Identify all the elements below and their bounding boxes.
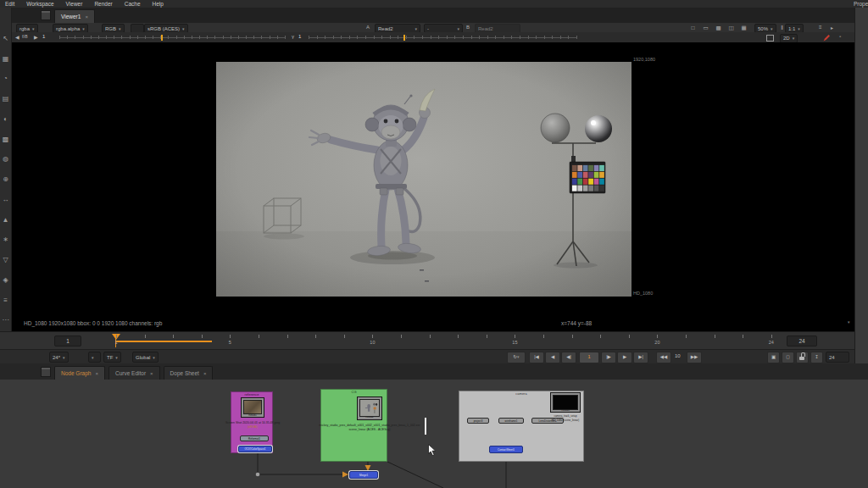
transform-icon[interactable]: ↔ — [1, 191, 11, 211]
frame-viewer-icon[interactable] — [766, 35, 774, 42]
frame-format-value: TF — [107, 355, 113, 360]
gain-slider[interactable] — [59, 37, 285, 38]
tab-close-icon[interactable]: × — [85, 14, 88, 19]
pane-menu-icon[interactable] — [41, 10, 51, 20]
lock-range-icon[interactable] — [796, 352, 809, 363]
3d-icon[interactable]: ▲ — [1, 211, 11, 231]
node-contactsheet1[interactable]: ContactSheet1 — [489, 446, 523, 453]
node-graph[interactable]: reference Read1 Screen Shot 2020-04-01 a… — [0, 380, 868, 488]
node-read2[interactable]: Read2 — [357, 396, 382, 420]
timeline-ruler[interactable]: 1 24 1510152024 — [0, 331, 854, 350]
viewer-more-icon[interactable]: ▸ — [831, 25, 833, 30]
current-frame-field[interactable]: 1 — [579, 352, 599, 363]
jump-forward-increment-button[interactable]: ▶▶ — [687, 352, 702, 363]
other-icon[interactable]: ⋯ — [1, 311, 11, 331]
input-a-value: Read2 — [378, 26, 393, 31]
mask-icon[interactable]: ▩ — [714, 24, 723, 31]
dot-node[interactable] — [255, 472, 260, 477]
annotation-pencil-icon[interactable] — [822, 34, 831, 42]
menu-workspace[interactable]: Workspace — [26, 1, 53, 7]
frame-format-select[interactable]: TF▾ — [103, 352, 121, 363]
nuke-window: Edit Workspace Viewer Render Cache Help … — [0, 0, 868, 488]
tab-close-icon[interactable]: × — [203, 371, 207, 376]
deep-icon[interactable]: ▽ — [1, 251, 11, 271]
pane-menu-icon[interactable] — [41, 367, 51, 377]
frame-range-mode-select[interactable]: Global▾ — [132, 352, 159, 363]
loop-mode-button[interactable]: ↻▾ — [507, 352, 526, 363]
node-wireframe1[interactable]: wireframe1 — [498, 418, 524, 424]
channel-icon[interactable]: ▤ — [1, 90, 11, 110]
gamma-value[interactable]: 1 — [298, 34, 301, 39]
node-project3[interactable]: project3 — [467, 418, 489, 424]
menu-cache[interactable]: Cache — [125, 1, 141, 7]
checkerboard-icon[interactable]: ▭ — [701, 24, 710, 31]
range-start-field[interactable]: 1 — [54, 336, 81, 347]
fullscreen-icon[interactable]: ▣ — [767, 352, 780, 363]
viewer-menu-icon[interactable]: ≡ — [819, 25, 822, 30]
chevron-down-icon: ▾ — [119, 26, 121, 31]
menu-edit[interactable]: Edit — [5, 1, 14, 7]
keyer-icon[interactable]: ◍ — [1, 150, 11, 170]
node-read3[interactable]: Read3 — [550, 392, 581, 413]
frame-increment-field[interactable]: 10 — [675, 353, 681, 358]
viewer-canvas[interactable]: 1920,1080 HD_1080 — [12, 42, 854, 314]
merge-icon[interactable]: ⊕ — [1, 170, 11, 191]
timeline-tick — [686, 335, 687, 338]
node-reformat1[interactable]: Reformat1 — [240, 435, 269, 441]
overlay-toggle-icon[interactable]: ◻ — [782, 352, 794, 363]
tab-node-graph[interactable]: Node Graph × — [54, 366, 105, 380]
subbar-more-icon[interactable]: ▪ — [839, 34, 841, 39]
gamma-slider-handle[interactable] — [403, 35, 405, 41]
gamma-label: γ — [292, 34, 294, 39]
step-back-button[interactable]: ◀| — [561, 352, 576, 363]
fstop-label[interactable]: f/8 — [22, 34, 28, 39]
input-process-icon[interactable]: ◫ — [726, 24, 736, 31]
node-read1[interactable]: Read1 — [241, 397, 264, 418]
play-backward-button[interactable]: ◀ — [545, 352, 560, 363]
tab-close-icon[interactable]: × — [95, 371, 98, 376]
gain-next-icon[interactable]: ▶ — [34, 34, 38, 40]
render-flipbook-icon[interactable]: ↧ — [810, 352, 823, 363]
timeline-tick — [543, 335, 544, 338]
menu-viewer[interactable]: Viewer — [66, 1, 83, 7]
range-end-field[interactable]: 24 — [787, 336, 817, 347]
gain-slider-handle[interactable] — [161, 35, 163, 41]
time-icon[interactable]: ◔ — [1, 69, 11, 90]
chevron-down-icon: ▾ — [793, 36, 795, 41]
view-mode-select[interactable]: 2D▾ — [780, 34, 798, 43]
gain-value[interactable]: 1 — [42, 34, 45, 39]
properties-panel-label[interactable]: Prope — [854, 1, 868, 7]
mouse-cursor — [428, 444, 437, 457]
tab-curve-editor[interactable]: Curve Editor × — [108, 366, 160, 380]
menu-help[interactable]: Help — [153, 1, 164, 7]
tab-close-icon[interactable]: × — [150, 371, 153, 376]
select-icon[interactable]: ↖ — [1, 30, 11, 50]
play-forward-button[interactable]: ▶ — [617, 352, 632, 363]
timeline-frame-label: 24 — [765, 340, 778, 345]
step-forward-button[interactable]: |▶ — [601, 352, 616, 363]
metadata-icon[interactable]: ≡ — [1, 291, 11, 312]
image-icon[interactable]: ▦ — [1, 50, 11, 70]
fps-select[interactable]: 24*▾ — [49, 352, 69, 363]
wipe-icon[interactable]: □ — [688, 24, 698, 31]
go-to-start-button[interactable]: |◀ — [529, 352, 544, 363]
menu-render[interactable]: Render — [94, 1, 112, 7]
node-merge1[interactable]: Merge1 — [349, 471, 378, 479]
tab-viewer1[interactable]: Viewer1 × — [54, 9, 95, 23]
views-icon[interactable]: ◈ — [1, 271, 11, 291]
status-menu-icon[interactable]: ▾ — [848, 319, 850, 324]
tab-dope-sheet[interactable]: Dope Sheet × — [164, 366, 214, 380]
gain-prev-icon[interactable]: ◀ — [15, 34, 19, 40]
gamma-slider[interactable] — [309, 37, 576, 38]
filter-icon[interactable]: ▩ — [1, 130, 11, 151]
go-to-end-button[interactable]: ▶| — [633, 352, 648, 363]
timeline-options-icon[interactable]: ▾ — [88, 352, 101, 363]
node-ociocolorspace1[interactable]: OCIOColorSpace1 — [238, 446, 272, 452]
jump-back-increment-button[interactable]: ◀◀ — [656, 352, 671, 363]
color-icon[interactable]: ◐ — [1, 110, 11, 130]
particles-icon[interactable]: ∗ — [1, 230, 11, 251]
format-label: HD_1080 — [633, 291, 653, 296]
gain-display-icon[interactable]: ▦ — [739, 24, 748, 31]
playback-fps-field[interactable]: 24 — [826, 352, 849, 363]
timeline-tick — [458, 335, 459, 338]
